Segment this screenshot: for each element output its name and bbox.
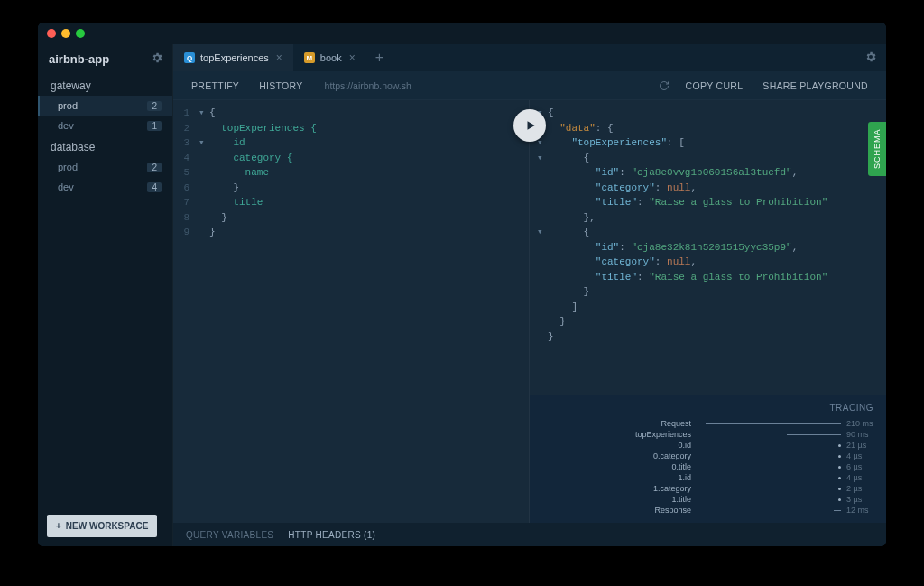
app-window: airbnb-app gatewayprod2dev1databaseprod2…	[38, 23, 886, 546]
close-window-button[interactable]	[47, 29, 56, 38]
trace-label: 1.category	[610, 484, 691, 493]
query-variables-tab[interactable]: QUERY VARIABLES	[186, 530, 273, 540]
sidebar-section-label: database	[38, 135, 172, 157]
prettify-button[interactable]: PRETTIFY	[182, 76, 248, 96]
http-headers-tab[interactable]: HTTP HEADERS (1)	[288, 530, 375, 540]
result-line: "category": null,	[537, 181, 886, 196]
result-line: ▾ {	[537, 151, 886, 166]
mutation-icon: M	[304, 52, 315, 63]
trace-row: Response12 ms	[530, 505, 873, 516]
gear-icon[interactable]	[151, 51, 163, 67]
code-line: 1▾{	[173, 106, 529, 121]
result-line: }	[537, 314, 886, 330]
result-line: "id": "cja8e0vvg1b0601S6al3tucfd",	[537, 165, 886, 181]
editor-area: 1▾{2 topExperiences {3▾ id4 category {5 …	[173, 100, 886, 523]
result-line: ]	[537, 300, 886, 315]
history-button[interactable]: HISTORY	[250, 76, 311, 96]
result-pane: ▾{▾ "data": {▾ "topExperiences": [▾ { "i…	[530, 100, 886, 523]
env-badge: 4	[147, 182, 162, 192]
traffic-lights	[47, 29, 85, 38]
close-icon[interactable]: ×	[276, 51, 282, 64]
env-badge: 2	[147, 163, 162, 172]
query-icon: Q	[184, 52, 195, 63]
titlebar	[38, 23, 886, 44]
query-editor[interactable]: 1▾{2 topExperiences {3▾ id4 category {5 …	[173, 100, 530, 523]
operation-tab[interactable]: QtopExperiences×	[173, 44, 293, 71]
result-line: ▾ "topExperiences": [	[537, 135, 886, 151]
sidebar-env-item[interactable]: dev1	[38, 116, 172, 135]
new-workspace-button[interactable]: + NEW WORKSPACE	[47, 515, 157, 537]
trace-time: 4 µs	[846, 451, 873, 460]
tab-label: book	[320, 52, 342, 63]
trace-time: 90 ms	[846, 430, 873, 439]
sidebar-section-label: gateway	[38, 74, 172, 96]
copy-curl-button[interactable]: COPY CURL	[677, 76, 753, 96]
operation-tab[interactable]: Mbook×	[293, 44, 366, 71]
code-line: 3▾ id	[173, 135, 529, 151]
trace-label: Request	[610, 419, 691, 428]
trace-time: 2 µs	[846, 484, 873, 493]
result-line: ▾{	[537, 106, 886, 121]
env-name: prod	[58, 100, 78, 111]
sidebar: airbnb-app gatewayprod2dev1databaseprod2…	[38, 44, 173, 546]
trace-time: 6 µs	[846, 462, 873, 471]
sidebar-env-item[interactable]: dev4	[38, 177, 172, 197]
result-line: "category": null,	[537, 255, 886, 270]
minimize-window-button[interactable]	[61, 29, 70, 38]
env-badge: 1	[147, 121, 162, 131]
trace-time: 210 ms	[846, 419, 873, 428]
trace-row: 1.id4 µs	[530, 472, 873, 483]
plus-icon: +	[56, 521, 61, 531]
maximize-window-button[interactable]	[76, 29, 85, 38]
app-header: airbnb-app	[38, 44, 172, 74]
code-line: 9}	[173, 225, 529, 240]
tracing-panel: TRACING Request210 mstopExperiences90 ms…	[530, 395, 886, 523]
result-line: "id": "cja8e32k81n5201515yyc35p9",	[537, 240, 886, 256]
result-line: },	[537, 210, 886, 226]
trace-row: Request210 ms	[530, 418, 873, 429]
code-line: 8 }	[173, 210, 529, 226]
result-line: "title": "Raise a glass to Prohibition"	[537, 270, 886, 285]
result-output: ▾{▾ "data": {▾ "topExperiences": [▾ { "i…	[530, 100, 886, 395]
close-icon[interactable]: ×	[349, 51, 356, 64]
result-line: }	[537, 284, 886, 300]
trace-label: 1.id	[610, 473, 691, 482]
result-line: ▾ {	[537, 225, 886, 240]
trace-row: 1.category2 µs	[530, 483, 873, 494]
trace-label: 0.id	[610, 441, 691, 450]
env-name: dev	[58, 181, 74, 192]
result-line: "title": "Raise a glass to Prohibition"	[537, 195, 886, 210]
toolbar: PRETTIFY HISTORY https://airbnb.now.sh C…	[173, 71, 886, 100]
env-name: dev	[58, 120, 74, 131]
trace-time: 21 µs	[846, 441, 873, 450]
trace-time: 12 ms	[846, 506, 873, 515]
code-line: 5 name	[173, 165, 529, 181]
settings-icon[interactable]	[864, 51, 877, 66]
app-name: airbnb-app	[49, 52, 109, 66]
env-name: prod	[58, 162, 78, 172]
run-query-button[interactable]	[513, 109, 546, 142]
new-workspace-label: NEW WORKSPACE	[66, 521, 148, 531]
code-line: 4 category {	[173, 151, 529, 166]
trace-label: 0.category	[610, 451, 691, 460]
share-playground-button[interactable]: SHARE PLAYGROUND	[753, 76, 877, 96]
trace-label: Response	[610, 506, 691, 515]
code-line: 6 }	[173, 181, 529, 196]
trace-row: 0.title6 µs	[530, 461, 873, 472]
trace-row: topExperiences90 ms	[530, 429, 873, 440]
trace-time: 4 µs	[846, 473, 873, 482]
env-badge: 2	[147, 101, 162, 111]
result-line: }	[537, 330, 886, 345]
sidebar-env-item[interactable]: prod2	[38, 157, 172, 177]
new-tab-button[interactable]: +	[366, 44, 393, 71]
schema-tab[interactable]: SCHEMA	[868, 122, 886, 176]
trace-row: 0.category4 µs	[530, 451, 873, 461]
endpoint-input[interactable]: https://airbnb.now.sh	[314, 80, 651, 91]
tab-bar: QtopExperiences×Mbook× +	[173, 44, 886, 71]
tracing-title: TRACING	[530, 403, 873, 413]
bottom-bar: QUERY VARIABLES HTTP HEADERS (1)	[173, 523, 886, 546]
trace-row: 1.title3 µs	[530, 494, 873, 505]
code-line: 7 title	[173, 195, 529, 210]
sidebar-env-item[interactable]: prod2	[38, 96, 172, 116]
reload-icon[interactable]	[653, 80, 675, 91]
